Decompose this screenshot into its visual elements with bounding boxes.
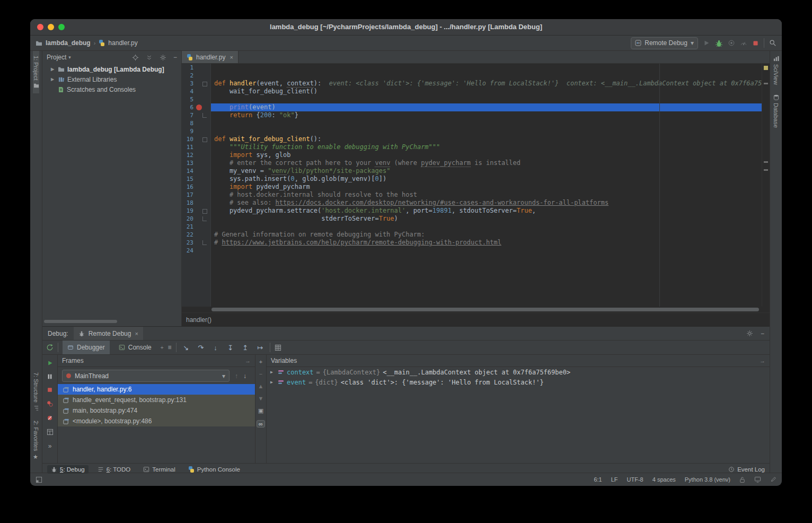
code-line[interactable] xyxy=(211,119,762,127)
gear-icon[interactable] xyxy=(746,330,753,337)
breadcrumb-project[interactable]: lambda_debug xyxy=(36,39,91,47)
pen-icon[interactable] xyxy=(770,476,776,483)
tri_up-icon[interactable]: ▲ xyxy=(258,383,264,389)
pause-icon[interactable] xyxy=(47,373,53,380)
view-as-table-icon[interactable] xyxy=(275,344,281,351)
step-into-icon[interactable]: ↓ xyxy=(210,344,221,352)
python-interpreter[interactable]: Python 3.8 (venv) xyxy=(685,476,730,483)
collapse-all-icon[interactable] xyxy=(146,54,153,61)
error-stripe[interactable] xyxy=(762,64,770,307)
zoom-window-button[interactable] xyxy=(58,24,65,30)
project-tree-item[interactable]: ▶lambda_debug [Lambda Debug] xyxy=(42,64,181,74)
editor-body[interactable]: 123456789101112131415161718192021222324 … xyxy=(182,64,770,307)
expand-arrow-icon[interactable]: ▶ xyxy=(50,67,55,72)
code-line[interactable]: # General information on remote debuggin… xyxy=(211,231,762,239)
code-line[interactable]: pydevd_pycharm.settrace('host.docker.int… xyxy=(211,207,762,215)
minimize-window-button[interactable] xyxy=(48,24,54,30)
close-window-button[interactable] xyxy=(37,24,43,30)
sidebar-item-project[interactable]: 1: Project xyxy=(33,51,39,93)
code-line[interactable]: my_venv = "venv/lib/python*/site-package… xyxy=(211,167,762,175)
code-view[interactable]: def handler(event, context): event: <cla… xyxy=(211,64,762,307)
thread-select[interactable]: MainThread ▾ xyxy=(62,370,230,382)
close-tab-icon[interactable]: × xyxy=(230,54,233,60)
code-line[interactable]: """Utility function to enable debugging … xyxy=(211,143,762,151)
infinity-icon[interactable]: ∞ xyxy=(257,420,265,428)
rerun-icon[interactable] xyxy=(46,344,54,351)
variable-row[interactable]: ▶event = {dict} <class 'dict'>: {'messag… xyxy=(267,377,770,387)
sidebar-item-sciview[interactable]: SciView xyxy=(773,51,779,90)
panel-arrow-icon[interactable]: → xyxy=(760,358,765,364)
open-console-icon[interactable]: + xyxy=(161,345,164,351)
sidebar-item-structure[interactable]: 7: Structure xyxy=(33,368,39,416)
mute-breakpoints-icon[interactable] xyxy=(46,414,54,422)
force-step-into-icon[interactable]: ↧ xyxy=(225,344,236,352)
sidebar-item-favorites[interactable]: 2: Favorites ★ xyxy=(33,416,40,465)
step-out-icon[interactable]: ↥ xyxy=(240,344,251,352)
tool-windows-toggle-icon[interactable] xyxy=(36,476,42,483)
close-session-icon[interactable]: × xyxy=(135,330,138,337)
file-encoding[interactable]: UTF-8 xyxy=(627,476,643,483)
breadcrumb-file[interactable]: handler.py xyxy=(99,39,137,47)
coverage-button[interactable] xyxy=(728,39,735,47)
restore-layout-icon[interactable] xyxy=(47,429,54,435)
code-line[interactable] xyxy=(211,247,762,255)
tri_down-icon[interactable]: ▼ xyxy=(258,395,264,402)
stripe-mark[interactable] xyxy=(764,161,768,163)
expand-arrow-icon[interactable]: ▶ xyxy=(270,380,275,385)
previous-frame-icon[interactable]: ↑ xyxy=(235,372,238,380)
code-line[interactable]: print(event) xyxy=(211,103,762,111)
code-line[interactable]: import pydevd_pycharm xyxy=(211,183,762,191)
fold-marker-icon[interactable] xyxy=(202,209,207,214)
stop-icon[interactable] xyxy=(47,387,53,393)
code-line[interactable] xyxy=(211,95,762,103)
stripe-mark[interactable] xyxy=(764,83,768,84)
debug-button[interactable] xyxy=(715,39,723,47)
frame-row[interactable]: main, bootstrap.py:474 xyxy=(58,405,255,416)
code-line[interactable] xyxy=(211,64,762,72)
code-line[interactable]: wait_for_debug_client() xyxy=(211,88,762,95)
frame-row[interactable]: handle_event_request, bootstrap.py:131 xyxy=(58,395,255,405)
code-line[interactable]: def wait_for_debug_client(): xyxy=(211,135,762,143)
project-panel-title[interactable]: Project xyxy=(47,54,66,61)
hide-panel-icon[interactable]: − xyxy=(761,330,764,337)
run-configuration-select[interactable]: Remote Debug ▾ xyxy=(631,37,698,49)
debug-session-tab[interactable]: Remote Debug × xyxy=(74,327,143,340)
profiler-button[interactable] xyxy=(740,39,747,47)
minus-icon[interactable]: − xyxy=(259,371,262,377)
code-line[interactable]: # host.docker.internal should resolve to… xyxy=(211,191,762,199)
event-log-button[interactable]: Event Log xyxy=(728,466,765,473)
fold-end-icon[interactable] xyxy=(202,113,207,118)
code-line[interactable]: # see also: https://docs.docker.com/desk… xyxy=(211,199,762,207)
gear-icon[interactable] xyxy=(160,54,166,61)
show-execution-point-icon[interactable]: ↘ xyxy=(181,344,191,352)
chevron-down-icon[interactable]: ▾ xyxy=(68,55,71,60)
code-line[interactable]: stderrToServer=True) xyxy=(211,215,762,223)
locate-file-icon[interactable] xyxy=(132,54,139,61)
indent-style[interactable]: 4 spaces xyxy=(652,476,676,483)
fold-marker-icon[interactable] xyxy=(202,82,207,86)
stripe-mark[interactable] xyxy=(764,169,768,171)
caret-position[interactable]: 6:1 xyxy=(594,476,602,483)
code-line[interactable]: def handler(event, context): event: <cla… xyxy=(211,80,762,88)
panel-arrow-icon[interactable]: → xyxy=(245,358,251,364)
step-over-icon[interactable]: ↷ xyxy=(196,344,206,352)
plus-icon[interactable]: + xyxy=(259,359,262,365)
line-separator[interactable]: LF xyxy=(611,476,618,483)
code-line[interactable]: # enter the correct path here to your ve… xyxy=(211,159,762,167)
hide-panel-icon[interactable]: − xyxy=(173,54,177,61)
fold-end-icon[interactable] xyxy=(202,216,207,221)
editor-breadcrumbs[interactable]: handler() xyxy=(182,312,770,326)
tab-console[interactable]: Console xyxy=(114,341,156,354)
search-everywhere-icon[interactable] xyxy=(769,39,776,47)
breakpoint-dot[interactable] xyxy=(196,104,202,110)
monitor-icon[interactable] xyxy=(754,476,761,483)
frame-row[interactable]: handler, handler.py:6 xyxy=(58,384,255,395)
fold-marker-icon[interactable] xyxy=(202,137,207,142)
variable-row[interactable]: ▶context = {LambdaContext} <__main__.Lam… xyxy=(267,367,770,377)
layout-options-icon[interactable]: ≡ xyxy=(168,344,172,351)
project-scrollbar[interactable] xyxy=(44,320,117,323)
box-icon[interactable]: ▣ xyxy=(258,407,263,414)
resume-icon[interactable] xyxy=(47,360,54,367)
code-line[interactable] xyxy=(211,223,762,231)
code-line[interactable]: import sys, glob xyxy=(211,151,762,159)
